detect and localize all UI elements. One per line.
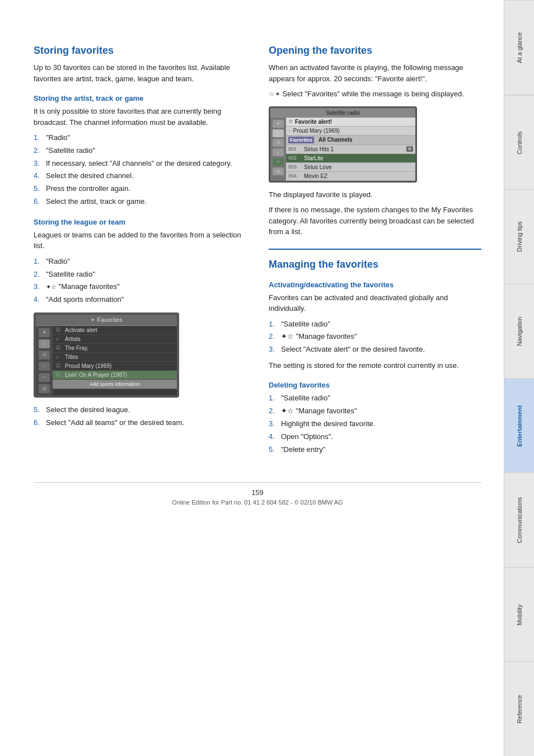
page-wrapper: Storing favorites Up to 30 favorites can…	[0, 0, 534, 756]
list-item: ☑ The Fray,	[53, 344, 177, 353]
list-item: ♪ Titles	[53, 353, 177, 362]
main-content: Storing favorites Up to 30 favorites can…	[0, 0, 504, 756]
list-item: 2. ✦☆ "Manage favorites"	[269, 331, 481, 343]
list-item: ♪ Artists	[53, 335, 177, 344]
tab-at-a-glance[interactable]: At a glance	[504, 0, 534, 95]
activating-title: Activating/deactivating the favorites	[269, 281, 481, 289]
subsection-league-title: Storing the league or team	[34, 218, 246, 226]
list-item: 3. If necessary, select "All channels" o…	[34, 158, 246, 170]
manage-icon: ✦☆	[281, 332, 294, 340]
sat-right-content: ☆ Favorite alert! ♪ Proud Mary (1969)	[286, 118, 415, 181]
song-icon: ♪	[288, 128, 291, 133]
activating-intro: Favorites can be activated and deactivat…	[269, 292, 481, 314]
screen-list-area: ☑ Activate alert ♪ Artists ☑ The Fray,	[53, 326, 177, 395]
sat-row-channel-3: 003 Sirius Love	[286, 163, 415, 172]
artist-steps-list: 1. "Radio" 2. "Satellite radio" 3. If ne…	[34, 132, 246, 208]
sat-icon-1: ✦	[273, 120, 284, 128]
sat-icon-6: ◎	[273, 167, 284, 175]
opening-para1: When an activated favorite is playing, t…	[269, 62, 481, 84]
sat-row-channel-2: 002 StarLite	[286, 154, 415, 163]
star-icon: ☆✦	[269, 90, 280, 98]
sat-row-channel-1: 001 Sirius Hits 1 ⊞	[286, 145, 415, 154]
two-col-layout: Storing favorites Up to 30 favorites can…	[34, 45, 481, 460]
subsection-artist-title: Storing the artist, track or game	[34, 94, 246, 102]
screen-body: ✦ ♫ ☑ ♪ ☆ ◎ ☑ Activate alert	[36, 326, 177, 395]
list-item: 4. "Add sports information"	[34, 294, 246, 306]
tab-reference[interactable]: Reference	[504, 661, 534, 756]
tab-communications[interactable]: Communications	[504, 473, 534, 567]
list-item: ☑ Proud Mary (1969)	[53, 362, 177, 371]
satellite-screen-mockup: Satellite radio ✦ ♫ ☑ ♪ ☆ ◎	[269, 106, 417, 183]
tab-navigation[interactable]: Navigation	[504, 284, 534, 379]
list-item: 5. Select the desired league.	[34, 404, 246, 416]
opening-para3: The displayed favorite is played.	[269, 189, 481, 200]
list-item: 5. "Delete entry"	[269, 444, 481, 456]
sat-screen-inner: Satellite radio ✦ ♫ ☑ ♪ ☆ ◎	[270, 108, 415, 181]
subsection-artist-intro: It is only possible to store favorites t…	[34, 106, 246, 128]
subsection-league-intro: Leagues or teams can be added to the fav…	[34, 230, 246, 251]
screen-header-label: Favorites	[97, 316, 122, 323]
storing-intro: Up to 30 favorites can be stored in the …	[34, 62, 246, 84]
page-number: 159	[34, 488, 481, 497]
screen-inner: ✦ Favorites ✦ ♫ ☑ ♪ ☆ ◎	[36, 315, 177, 395]
activating-steps-list: 1. "Satellite radio" 2. ✦☆ "Manage favor…	[269, 319, 481, 356]
channel-badge: ⊞	[406, 146, 413, 152]
list-item: 1. "Radio"	[34, 256, 246, 268]
section-divider	[269, 249, 481, 250]
list-item: 5. Press the controller again.	[34, 183, 246, 195]
tab-controls[interactable]: Controls	[504, 95, 534, 190]
opening-para4: If there is no message, the system chang…	[269, 204, 481, 237]
sidebar-icon-4: ♪	[39, 362, 50, 371]
list-item: 2. ✦☆ "Manage favorites"	[269, 405, 481, 417]
list-item: 2. "Satellite radio"	[34, 269, 246, 281]
sidebar-icon-6: ◎	[39, 384, 50, 393]
list-item: 4. Open "Options".	[269, 431, 481, 443]
sat-icon-2: ♫	[273, 129, 284, 137]
sat-left-sidebar: ✦ ♫ ☑ ♪ ☆ ◎	[270, 118, 286, 181]
deleting-title: Deleting favorites	[269, 381, 481, 389]
opening-para2: ☆✦ Select "Favorites" while the message …	[269, 88, 481, 100]
managing-title: Managing the favorites	[269, 259, 481, 270]
list-item: ☑ Activate alert	[53, 326, 177, 335]
list-item: 6. Select the artist, track or game.	[34, 196, 246, 208]
manage-icon: ✦☆	[281, 407, 294, 415]
list-item: 1. "Satellite radio"	[269, 393, 481, 404]
list-item: 2. "Satellite radio"	[34, 145, 246, 157]
sat-icon-3: ☑	[273, 139, 284, 147]
screen-header: ✦ Favorites	[36, 315, 177, 326]
screen-sidebar: ✦ ♫ ☑ ♪ ☆ ◎	[36, 326, 53, 395]
tab-mobility[interactable]: Mobility	[504, 567, 534, 662]
sat-row-channel-4: 004 Movin EZ	[286, 172, 415, 181]
list-item: 3. Select "Activate alert" or the desire…	[269, 344, 481, 356]
sat-icon-4: ♪	[273, 148, 284, 156]
alert-icon: ☆	[288, 119, 293, 124]
sat-screen-header: Satellite radio	[270, 108, 415, 118]
league-steps2-list: 5. Select the desired league. 6. Select …	[34, 404, 246, 429]
sidebar-icon-3: ☑	[39, 351, 50, 360]
footer: 159 Online Edition for Part no. 01 41 2 …	[34, 482, 481, 506]
footer-text: Online Edition for Part no. 01 41 2 604 …	[34, 499, 481, 506]
storing-title: Storing favorites	[34, 45, 246, 57]
tab-driving-tips[interactable]: Driving tips	[504, 189, 534, 284]
tab-entertainment[interactable]: Entertainment	[504, 379, 534, 473]
sat-row-alert: ☆ Favorite alert!	[286, 118, 415, 127]
list-item: 1. "Radio"	[34, 132, 246, 144]
left-column: Storing favorites Up to 30 favorites can…	[34, 45, 246, 460]
screen-header-icon: ✦	[90, 316, 95, 323]
sidebar-icon-2: ♫	[39, 339, 50, 348]
list-item-highlighted: ☑ Livin' On A Prayer (1987)	[53, 371, 177, 380]
sat-icon-fav: ☆	[273, 158, 284, 166]
list-item-add: Add sports information	[53, 380, 177, 389]
sat-row-song: ♪ Proud Mary (1969)	[286, 127, 415, 136]
deleting-steps-list: 1. "Satellite radio" 2. ✦☆ "Manage favor…	[269, 393, 481, 455]
list-item: 4. Select the desired channel.	[34, 170, 246, 182]
opening-title: Opening the favorites	[269, 45, 481, 57]
right-column: Opening the favorites When an activated …	[269, 45, 481, 460]
favorites-screen-mockup: ✦ Favorites ✦ ♫ ☑ ♪ ☆ ◎	[34, 312, 179, 398]
tab-bar: At a glance Controls Driving tips Naviga…	[504, 0, 534, 756]
fav-label: Favorites	[288, 137, 314, 143]
sidebar-icon-5: ☆	[39, 373, 50, 382]
list-item: 3. ✦☆ "Manage favorites"	[34, 281, 246, 293]
activating-note: The setting is stored for the remote con…	[269, 360, 481, 371]
sat-row-allchannels: Favorites All Channels	[286, 136, 415, 145]
